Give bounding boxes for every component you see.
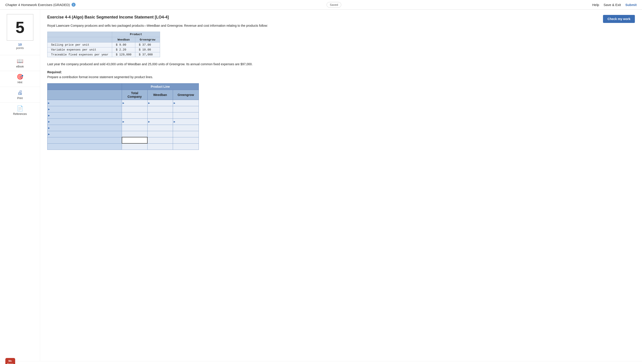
- answer-header-total: Total Company: [122, 90, 147, 100]
- sidebar-item-ebook[interactable]: 📖 eBook: [0, 55, 40, 71]
- answer-row6-weedban-input[interactable]: [149, 132, 171, 136]
- table-row: Variable expenses per unit $ 2.20 $ 10.0…: [48, 48, 160, 52]
- answer-row6-weedban[interactable]: [147, 131, 173, 137]
- answer-row1-greengrow-input[interactable]: [177, 101, 197, 105]
- answer-row3-label-input[interactable]: [52, 114, 117, 117]
- mcgraw-hill-logo: Mc Graw Hill: [5, 358, 15, 364]
- answer-row5-greengrow-input[interactable]: [175, 126, 197, 130]
- answer-row3-greengrow-input[interactable]: [175, 114, 197, 117]
- table-row: ▶ ▶ ▶: [48, 100, 199, 106]
- answer-row6-label-input[interactable]: [52, 132, 117, 136]
- answer-row7-weedban[interactable]: [147, 137, 173, 143]
- answer-row2-total-input[interactable]: [124, 108, 145, 111]
- answer-table-header-row1: Product Line: [48, 83, 199, 90]
- row3-label: Traceable fixed expenses per year: [48, 52, 112, 57]
- answer-table-wrapper: Product Line Total Company Weedban Green…: [47, 83, 635, 150]
- references-icon: 📄: [17, 105, 24, 112]
- answer-row3-weedban-input[interactable]: [149, 114, 171, 117]
- answer-row3-total[interactable]: [122, 112, 147, 118]
- row3-val1: $ 129,000: [112, 52, 135, 57]
- answer-row1-total-input[interactable]: [126, 101, 146, 105]
- answer-row2-weedban[interactable]: [147, 106, 173, 112]
- sidebar-item-print[interactable]: 🖨 Print: [0, 86, 40, 102]
- answer-header-weedban: Weedban: [147, 90, 173, 100]
- answer-row8-weedban-input[interactable]: [149, 145, 171, 148]
- required-desc: Prepare a contribution format income sta…: [47, 75, 635, 79]
- answer-row8-weedban[interactable]: [147, 143, 173, 150]
- answer-row5-greengrow[interactable]: [173, 125, 199, 131]
- answer-row7-greengrow-input[interactable]: [175, 139, 197, 142]
- table-row: Selling price per unit $ 9.00 $ 37.00: [48, 42, 160, 48]
- answer-row8-total[interactable]: [122, 143, 147, 150]
- answer-row7-weedban-input[interactable]: [149, 139, 171, 142]
- question-number: 5: [15, 18, 24, 36]
- answer-row5-weedban[interactable]: [147, 125, 173, 131]
- answer-row7-label-input[interactable]: [49, 139, 120, 142]
- answer-row6-total[interactable]: [122, 131, 147, 137]
- answer-row4-greengrow[interactable]: ▶: [173, 118, 199, 125]
- header-left: Chapter 4 Homework Exercises (GRADED) i: [5, 3, 76, 7]
- answer-row5-label[interactable]: ▶: [48, 125, 122, 131]
- save-exit-link[interactable]: Save & Exit: [604, 3, 621, 7]
- answer-row2-total[interactable]: [122, 106, 147, 112]
- answer-row3-total-input[interactable]: [124, 114, 145, 117]
- product-table-product-header: Product: [112, 32, 160, 37]
- main-layout: 5 10 points 📖 eBook 🎯 Hint 🖨 Print 📄 Ref…: [0, 10, 642, 361]
- answer-row2-weedban-input[interactable]: [149, 108, 171, 111]
- answer-row1-weedban-input[interactable]: [151, 101, 171, 105]
- answer-row8-greengrow[interactable]: [173, 143, 199, 150]
- answer-row6-greengrow[interactable]: [173, 131, 199, 137]
- answer-row7-label[interactable]: [48, 137, 122, 143]
- answer-row8-label[interactable]: [48, 143, 122, 150]
- answer-row3-label[interactable]: ▶: [48, 112, 122, 118]
- answer-row4-label-input[interactable]: [52, 120, 117, 123]
- question-number-box: 5: [7, 14, 34, 41]
- answer-row5-total[interactable]: [122, 125, 147, 131]
- table-row: ▶: [48, 125, 199, 131]
- answer-row4-weedban-input[interactable]: [149, 120, 169, 123]
- answer-row5-total-input[interactable]: [124, 126, 145, 130]
- row2-val2: $ 10.00: [135, 48, 160, 52]
- answer-row2-greengrow-input[interactable]: [175, 108, 197, 111]
- sidebar-label-references: References: [13, 112, 27, 116]
- info-icon[interactable]: i: [72, 3, 76, 7]
- sidebar-label-print: Print: [17, 96, 23, 100]
- content-area: Check my work Exercise 4-4 (Algo) Basic …: [40, 10, 642, 361]
- answer-row5-weedban-input[interactable]: [149, 126, 171, 130]
- answer-row6-greengrow-input[interactable]: [175, 132, 197, 136]
- row1-val1: $ 9.00: [112, 42, 135, 48]
- product-info-table: Product Weedban Greengrow Selling price …: [47, 32, 160, 57]
- answer-row4-total-input[interactable]: [124, 120, 143, 123]
- answer-row1-label[interactable]: [48, 100, 122, 106]
- answer-row3-weedban[interactable]: [147, 112, 173, 118]
- answer-row2-label-input[interactable]: [52, 108, 117, 111]
- answer-row4-total[interactable]: ▶: [122, 118, 147, 125]
- sidebar-item-hint[interactable]: 🎯 Hint: [0, 71, 40, 86]
- answer-row2-label[interactable]: ▶: [48, 106, 122, 112]
- table-row: ▶ ▶ ▶ ▶: [48, 118, 199, 125]
- answer-row8-total-input[interactable]: [124, 145, 145, 148]
- answer-row7-total-input[interactable]: [124, 139, 145, 142]
- answer-header-sub-empty: [48, 90, 122, 100]
- answer-row4-greengrow-input[interactable]: [175, 120, 195, 123]
- product-table-empty-header: [48, 32, 112, 37]
- answer-row2-greengrow[interactable]: [173, 106, 199, 112]
- help-link[interactable]: Help: [592, 3, 599, 7]
- answer-row8-greengrow-input[interactable]: [175, 145, 197, 148]
- table-row: [48, 143, 199, 150]
- answer-row7-greengrow[interactable]: [173, 137, 199, 143]
- answer-row4-weedban[interactable]: ▶: [147, 118, 173, 125]
- answer-row5-label-input[interactable]: [52, 126, 117, 130]
- answer-row1-label-input[interactable]: [52, 101, 120, 105]
- answer-row7-total[interactable]: [122, 137, 147, 143]
- answer-row6-total-input[interactable]: [124, 132, 145, 136]
- answer-row4-label[interactable]: ▶: [48, 118, 122, 125]
- table-row: ▶: [48, 131, 199, 137]
- check-my-work-button[interactable]: Check my work: [603, 15, 635, 23]
- sidebar-item-references[interactable]: 📄 References: [0, 102, 40, 118]
- points-label: points: [16, 46, 24, 50]
- answer-row8-label-input[interactable]: [49, 145, 120, 148]
- answer-row6-label[interactable]: ▶: [48, 131, 122, 137]
- submit-link[interactable]: Submit: [625, 3, 637, 7]
- answer-row3-greengrow[interactable]: [173, 112, 199, 118]
